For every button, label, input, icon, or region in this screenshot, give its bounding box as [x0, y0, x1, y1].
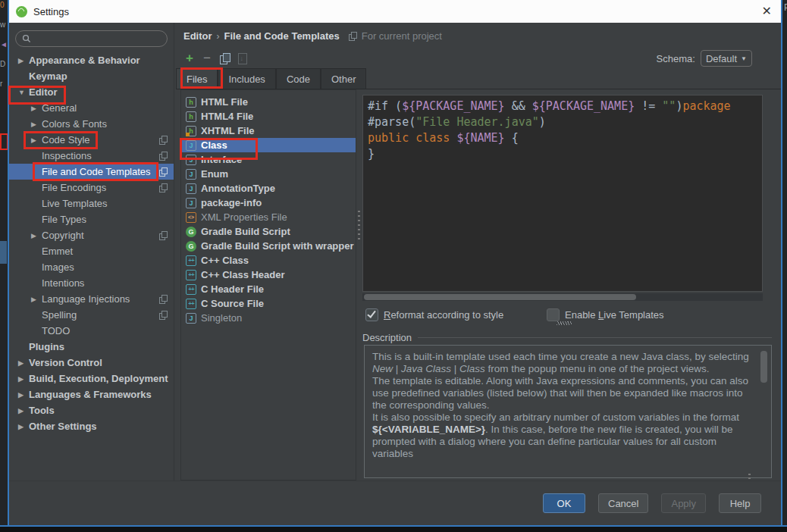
sidebar-item-colors-fonts[interactable]: ▶Colors & Fonts: [9, 116, 174, 132]
java-file-icon: J: [186, 198, 196, 208]
chevron-right-icon[interactable]: ▶: [18, 57, 29, 64]
chevron-right-icon[interactable]: ▶: [31, 296, 42, 303]
cpp-file-icon: ++: [186, 255, 196, 266]
reformat-checkbox[interactable]: [365, 308, 378, 321]
java-file-icon: J: [186, 313, 196, 324]
sidebar-item-plugins[interactable]: Plugins: [9, 339, 174, 355]
enable-live-templates-label[interactable]: Enable Live Templates: [565, 309, 664, 321]
tab-code[interactable]: Code: [276, 68, 321, 89]
editor-horizontal-scrollbar[interactable]: [362, 293, 763, 301]
template-item-xml-properties-file[interactable]: <>XML Properties File: [181, 210, 356, 224]
remove-icon[interactable]: −: [199, 51, 215, 66]
template-item-html4-file[interactable]: hHTML4 File: [181, 109, 356, 124]
splitter-handle[interactable]: [356, 89, 362, 480]
description-label: Description: [362, 332, 412, 343]
template-item-c-class-header[interactable]: ++C++ Class Header: [181, 268, 356, 282]
sidebar-item-spelling[interactable]: Spelling: [9, 307, 174, 323]
description-header: Description: [362, 332, 772, 343]
chevron-right-icon[interactable]: ▶: [18, 423, 29, 430]
sidebar-item-images[interactable]: Images: [9, 259, 174, 275]
help-button[interactable]: Help: [719, 493, 761, 513]
template-item-singleton[interactable]: JSingleton: [181, 311, 356, 325]
override-indicator-icon: [159, 152, 168, 161]
add-icon[interactable]: +: [182, 51, 197, 66]
template-item-xhtml-file[interactable]: hXHTML File: [181, 124, 356, 138]
sidebar-item-appearance-behavior[interactable]: ▶Appearance & Behavior: [9, 52, 174, 68]
sidebar-item-editor[interactable]: ▼Editor: [9, 84, 174, 100]
schema-selector: Schema: Default ▼: [657, 50, 752, 67]
chevron-right-icon[interactable]: ▶: [18, 391, 29, 399]
breadcrumb-separator-icon: ›: [217, 31, 220, 42]
sidebar-item-build-execution-deployment[interactable]: ▶Build, Execution, Deployment: [9, 371, 174, 386]
sidebar-item-label: File and Code Templates: [42, 166, 151, 177]
sidebar-item-label: File Encodings: [42, 182, 106, 193]
template-item-class[interactable]: JClass: [181, 138, 356, 152]
settings-search-input[interactable]: [15, 30, 168, 47]
reformat-checkbox-label[interactable]: Reformat according to style: [384, 309, 513, 321]
sidebar-item-intentions[interactable]: Intentions: [9, 275, 174, 291]
template-item-annotationtype[interactable]: JAnnotationType: [181, 181, 356, 196]
sidebar-item-tools[interactable]: ▶Tools: [9, 402, 174, 418]
background-selection-fragment: [0, 241, 7, 264]
gradle-file-icon: G: [186, 241, 196, 252]
java-file-icon: J: [186, 169, 196, 180]
chevron-right-icon[interactable]: ▶: [31, 232, 42, 239]
tab-files[interactable]: Files: [176, 68, 218, 89]
chevron-right-icon[interactable]: ▶: [31, 136, 42, 144]
template-editor[interactable]: #if (${PACKAGE_NAME} && ${PACKAGE_NAME} …: [362, 95, 763, 292]
template-list: hHTML FilehHTML4 FilehXHTML FileJClassJI…: [180, 89, 356, 480]
sidebar-item-label: Live Templates: [42, 198, 107, 209]
sidebar-item-code-style[interactable]: ▶Code Style: [9, 132, 174, 148]
tab-other[interactable]: Other: [321, 68, 367, 89]
scrollbar-thumb[interactable]: [364, 294, 636, 300]
template-item-package-info[interactable]: Jpackage-info: [181, 196, 356, 210]
chevron-right-icon[interactable]: ▶: [31, 120, 42, 128]
template-item-html-file[interactable]: hHTML File: [181, 95, 356, 109]
template-item-c-class[interactable]: ++C++ Class: [181, 253, 356, 268]
chevron-right-icon[interactable]: ▶: [31, 105, 42, 112]
breadcrumb-section: Editor: [183, 30, 212, 42]
sidebar-item-inspections[interactable]: Inspections: [9, 148, 174, 164]
schema-dropdown[interactable]: Default ▼: [701, 50, 752, 67]
sidebar-item-label: Spelling: [42, 309, 77, 321]
sidebar-item-live-templates[interactable]: Live Templates: [9, 196, 174, 211]
enable-live-templates-checkbox[interactable]: [547, 308, 560, 321]
for-current-project-icon: [349, 32, 357, 41]
chevron-down-icon[interactable]: ▼: [18, 89, 29, 96]
template-item-gradle-build-script-with-wrapper[interactable]: GGradle Build Script with wrapper: [181, 239, 356, 253]
chevron-right-icon[interactable]: ▶: [18, 407, 29, 415]
sidebar-item-file-types[interactable]: File Types: [9, 211, 174, 227]
sidebar-item-other-settings[interactable]: ▶Other Settings: [9, 418, 174, 434]
cpp-file-icon: ++: [186, 270, 196, 280]
chevron-right-icon[interactable]: ▶: [18, 359, 29, 367]
sidebar-item-file-encodings[interactable]: File Encodings: [9, 180, 174, 196]
description-scrollbar-thumb[interactable]: [760, 351, 767, 383]
description-panel: This is a built-in template used each ti…: [364, 345, 772, 478]
override-indicator-icon: [159, 231, 168, 240]
template-item-gradle-build-script[interactable]: GGradle Build Script: [181, 224, 356, 239]
chevron-right-icon[interactable]: ▶: [18, 375, 29, 383]
sidebar-item-file-and-code-templates[interactable]: File and Code Templates: [9, 164, 174, 180]
sidebar-item-label: Copyright: [42, 230, 84, 241]
sidebar-item-emmet[interactable]: Emmet: [9, 243, 174, 259]
template-item-enum[interactable]: JEnum: [181, 167, 356, 181]
sidebar-item-copyright[interactable]: ▶Copyright: [9, 227, 174, 243]
sidebar-item-todo[interactable]: TODO: [9, 323, 174, 339]
sidebar-item-version-control[interactable]: ▶Version Control: [9, 355, 174, 371]
reset-to-default-icon[interactable]: [234, 51, 249, 66]
close-icon[interactable]: ✕: [762, 5, 772, 17]
sidebar-item-languages-frameworks[interactable]: ▶Languages & Frameworks: [9, 386, 174, 402]
sidebar-item-keymap[interactable]: Keymap: [9, 68, 174, 84]
sidebar-item-general[interactable]: ▶General: [9, 100, 174, 116]
cancel-button[interactable]: Cancel: [598, 493, 648, 513]
template-item-interface[interactable]: JInterface: [181, 152, 356, 167]
background-text-fragment: D: [0, 61, 9, 68]
sidebar-item-language-injections[interactable]: ▶Language Injections: [9, 291, 174, 307]
ok-button[interactable]: OK: [543, 493, 585, 513]
template-item-label: XML Properties File: [201, 211, 287, 223]
copy-template-icon[interactable]: [217, 51, 232, 66]
tab-includes[interactable]: Includes: [218, 68, 275, 89]
template-item-c-header-file[interactable]: ++C Header File: [181, 282, 356, 296]
background-text-fragment: 0: [0, 2, 9, 9]
template-item-c-source-file[interactable]: ++C Source File: [181, 296, 356, 311]
